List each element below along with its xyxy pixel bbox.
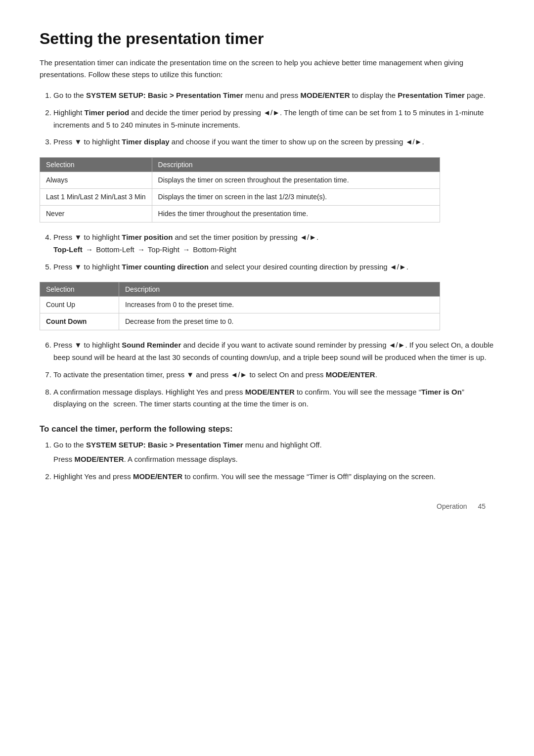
table1-header-selection: Selection <box>40 158 152 172</box>
table-row: Count Up Increases from 0 to the preset … <box>40 297 440 313</box>
footer: Operation 45 <box>40 502 494 510</box>
timer-display-table: Selection Description Always Displays th… <box>40 157 494 222</box>
table-row: Never Hides the timer throughout the pre… <box>40 206 440 222</box>
cancel-section: To cancel the timer, perform the followi… <box>40 424 494 483</box>
table1-cell-selection-1: Always <box>40 172 152 189</box>
step-8: A confirmation message displays. Highlig… <box>53 386 494 411</box>
timer-counting-table: Selection Description Count Up Increases… <box>40 282 494 330</box>
step-6: Press ▼ to highlight Sound Reminder and … <box>53 339 494 364</box>
table-row: Always Displays the timer on screen thro… <box>40 172 440 189</box>
step-4: Press ▼ to highlight Timer position and … <box>53 231 494 256</box>
footer-section: Operation <box>437 502 467 510</box>
cancel-step-2: Highlight Yes and press MODE/ENTER to co… <box>53 471 494 483</box>
page-title: Setting the presentation timer <box>40 30 494 48</box>
table2-cell-selection-2: Count Down <box>40 313 119 330</box>
cancel-steps-list: Go to the SYSTEM SETUP: Basic > Presenta… <box>53 439 494 483</box>
steps-4-5: Press ▼ to highlight Timer position and … <box>53 231 494 273</box>
step-7: To activate the presentation timer, pres… <box>53 369 494 381</box>
step-3: Press ▼ to highlight Timer display and c… <box>53 136 494 148</box>
table2-cell-description-1: Increases from 0 to the preset time. <box>119 297 440 313</box>
table1-cell-description-3: Hides the timer throughout the presentat… <box>152 206 440 222</box>
steps-6-8: Press ▼ to highlight Sound Reminder and … <box>53 339 494 410</box>
table2-header-selection: Selection <box>40 282 119 297</box>
step-2: Highlight Timer period and decide the ti… <box>53 107 494 132</box>
table-row: Count Down Decrease from the preset time… <box>40 313 440 330</box>
timer-position-sequence: Top-Left <box>53 245 83 254</box>
cancel-step-1: Go to the SYSTEM SETUP: Basic > Presenta… <box>53 439 494 466</box>
table1-cell-selection-3: Never <box>40 206 152 222</box>
intro-text: The presentation timer can indicate the … <box>40 57 494 81</box>
main-steps-list: Go to the SYSTEM SETUP: Basic > Presenta… <box>53 89 494 148</box>
table2-cell-description-2: Decrease from the preset time to 0. <box>119 313 440 330</box>
cancel-step-1-sub: Press MODE/ENTER. A confirmation message… <box>53 453 494 466</box>
table-row: Last 1 Min/Last 2 Min/Last 3 Min Display… <box>40 189 440 206</box>
table2-cell-selection-1: Count Up <box>40 297 119 313</box>
table1-header-description: Description <box>152 158 440 172</box>
table1-cell-description-1: Displays the timer on screen throughout … <box>152 172 440 189</box>
step-1: Go to the SYSTEM SETUP: Basic > Presenta… <box>53 89 494 102</box>
footer-page: 45 <box>478 502 486 510</box>
cancel-heading: To cancel the timer, perform the followi… <box>40 424 494 434</box>
table1-cell-selection-2: Last 1 Min/Last 2 Min/Last 3 Min <box>40 189 152 206</box>
table2-header-description: Description <box>119 282 440 297</box>
step-5: Press ▼ to highlight Timer counting dire… <box>53 261 494 273</box>
table1-cell-description-2: Displays the timer on screen in the last… <box>152 189 440 206</box>
